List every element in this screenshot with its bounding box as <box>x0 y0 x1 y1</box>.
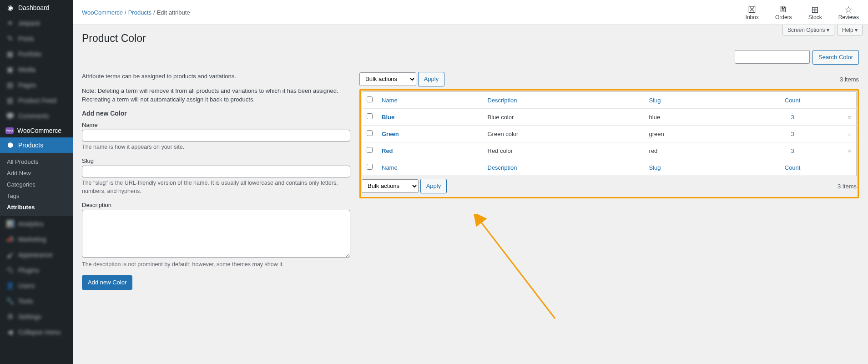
name-input[interactable] <box>82 130 350 142</box>
submenu-categories[interactable]: Categories <box>0 179 73 190</box>
items-count-bottom: 3 items <box>838 183 857 190</box>
term-description: Red color <box>483 142 645 159</box>
table-row: Blue Blue color blue 3 ≡ <box>362 109 857 126</box>
drag-handle-icon[interactable]: ≡ <box>848 147 851 154</box>
orders-icon: 🗎 <box>779 4 788 14</box>
select-all-top[interactable] <box>367 96 373 102</box>
name-label: Name <box>82 121 350 128</box>
highlighted-table-area: Name Description Slug Count Blue Blue co… <box>359 89 859 198</box>
drag-handle-icon[interactable]: ≡ <box>848 131 851 137</box>
add-new-color-button[interactable]: Add new Color <box>82 275 132 290</box>
apply-button-bottom[interactable]: Apply <box>420 179 447 193</box>
term-slug: blue <box>645 109 742 126</box>
row-checkbox[interactable] <box>367 147 373 153</box>
drag-handle-icon[interactable]: ≡ <box>848 114 851 121</box>
sidebar-item-blurred[interactable]: ▤Pages <box>0 77 73 93</box>
sidebar-item-blurred[interactable]: ▦Portfolio <box>0 46 73 62</box>
sidebar-label: Products <box>18 142 43 149</box>
sidebar-item-blurred[interactable]: 📊Analytics <box>0 216 73 232</box>
term-slug: green <box>645 126 742 142</box>
submenu-add-new[interactable]: Add New <box>0 167 73 179</box>
sidebar-label: Dashboard <box>18 4 50 11</box>
description-textarea[interactable] <box>82 210 350 258</box>
dashboard-icon: ◉ <box>5 3 15 12</box>
sidebar-item-blurred[interactable]: ✎Posts <box>0 31 73 46</box>
submenu-all-products[interactable]: All Products <box>0 156 73 167</box>
term-count-link[interactable]: 3 <box>791 147 794 154</box>
slug-label: Slug <box>82 157 350 164</box>
breadcrumb-current: Edit attribute <box>157 9 190 16</box>
topbar-orders[interactable]: 🗎Orders <box>775 4 792 20</box>
table-row: Green Green color green 3 ≡ <box>362 126 857 142</box>
add-section-title: Add new Color <box>82 110 350 117</box>
sidebar-item-blurred[interactable]: 🔧Tools <box>0 293 73 309</box>
table-row: Red Red color red 3 ≡ <box>362 142 857 159</box>
sidebar-item-blurred[interactable]: ▣Media <box>0 62 73 77</box>
breadcrumb-products[interactable]: Products <box>128 9 151 16</box>
sidebar-item-blurred[interactable]: 👤Users <box>0 278 73 293</box>
sidebar-item-dashboard[interactable]: ◉Dashboard <box>0 0 73 15</box>
row-checkbox[interactable] <box>367 113 373 119</box>
col-count-foot[interactable]: Count <box>742 159 843 176</box>
col-name[interactable]: Name <box>377 92 483 109</box>
desc-desc: The description is not prominent by defa… <box>82 261 350 269</box>
col-count[interactable]: Count <box>742 92 843 109</box>
submenu-tags[interactable]: Tags <box>0 190 73 202</box>
breadcrumb-woocommerce[interactable]: WooCommerce <box>82 9 123 16</box>
slug-desc: The "slug" is the URL-friendly version o… <box>82 179 350 195</box>
sidebar-label: WooCommerce <box>17 127 61 134</box>
search-input[interactable] <box>735 50 810 64</box>
sidebar-item-blurred[interactable]: ⚙Settings <box>0 309 73 324</box>
sidebar-item-blurred[interactable]: 📣Marketing <box>0 232 73 247</box>
sidebar-item-blurred[interactable]: ◀Collapse menu <box>0 324 73 340</box>
topbar-stock[interactable]: ⊞Stock <box>808 4 822 20</box>
term-name-link[interactable]: Green <box>382 131 399 137</box>
inbox-icon: ☒ <box>748 4 756 14</box>
items-count-top: 3 items <box>840 76 859 83</box>
desc-label: Description <box>82 202 350 208</box>
apply-button-top[interactable]: Apply <box>418 72 445 86</box>
term-count-link[interactable]: 3 <box>791 114 794 121</box>
products-icon: ⬢ <box>5 141 15 150</box>
sidebar-item-woocommerce[interactable]: wooWooCommerce <box>0 124 73 137</box>
breadcrumb: WooCommerce/Products/Edit attribute <box>82 9 190 16</box>
bulk-actions-select-bottom[interactable]: Bulk actions <box>362 179 419 193</box>
sidebar-item-products[interactable]: ⬢Products <box>0 137 73 153</box>
sidebar-item-blurred[interactable]: 🖌Appearance <box>0 247 73 263</box>
slug-input[interactable] <box>82 166 350 177</box>
main-content: Product Color Search Color Attribute ter… <box>73 25 868 364</box>
topbar-reviews[interactable]: ☆Reviews <box>838 4 859 20</box>
bulk-actions-select-top[interactable]: Bulk actions <box>359 72 416 86</box>
row-checkbox[interactable] <box>367 130 373 136</box>
col-slug-foot[interactable]: Slug <box>645 159 742 176</box>
search-button[interactable]: Search Color <box>812 50 859 65</box>
col-name-foot[interactable]: Name <box>377 159 483 176</box>
col-description-foot[interactable]: Description <box>483 159 645 176</box>
terms-table: Name Description Slug Count Blue Blue co… <box>362 91 857 176</box>
woocommerce-icon: woo <box>5 127 14 134</box>
col-slug[interactable]: Slug <box>645 92 742 109</box>
topbar: WooCommerce/Products/Edit attribute ☒Inb… <box>73 0 868 25</box>
page-title: Product Color <box>82 32 859 45</box>
term-name-link[interactable]: Blue <box>382 114 394 121</box>
term-name-link[interactable]: Red <box>382 147 393 154</box>
term-count-link[interactable]: 3 <box>791 131 794 137</box>
term-slug: red <box>645 142 742 159</box>
submenu-attributes[interactable]: Attributes <box>0 202 73 213</box>
reviews-icon: ☆ <box>844 4 853 14</box>
help-text-2: Note: Deleting a term will remove it fro… <box>82 86 350 104</box>
term-description: Green color <box>483 126 645 142</box>
name-desc: The name is how it appears on your site. <box>82 143 350 152</box>
col-description[interactable]: Description <box>483 92 645 109</box>
admin-sidebar: ◉Dashboard ✦Jetpack ✎Posts ▦Portfolio ▣M… <box>0 0 73 364</box>
topbar-inbox[interactable]: ☒Inbox <box>746 4 759 20</box>
term-description: Blue color <box>483 109 645 126</box>
sidebar-item-blurred[interactable]: ▥Product Feed <box>0 93 73 108</box>
sidebar-submenu: All Products Add New Categories Tags Att… <box>0 153 73 216</box>
stock-icon: ⊞ <box>811 4 819 14</box>
sidebar-item-blurred[interactable]: 💬Comments <box>0 108 73 124</box>
sidebar-item-blurred[interactable]: 🔌Plugins <box>0 263 73 278</box>
select-all-bottom[interactable] <box>367 164 373 170</box>
help-text-1: Attribute terms can be assigned to produ… <box>82 72 350 81</box>
sidebar-item-blurred[interactable]: ✦Jetpack <box>0 15 73 31</box>
